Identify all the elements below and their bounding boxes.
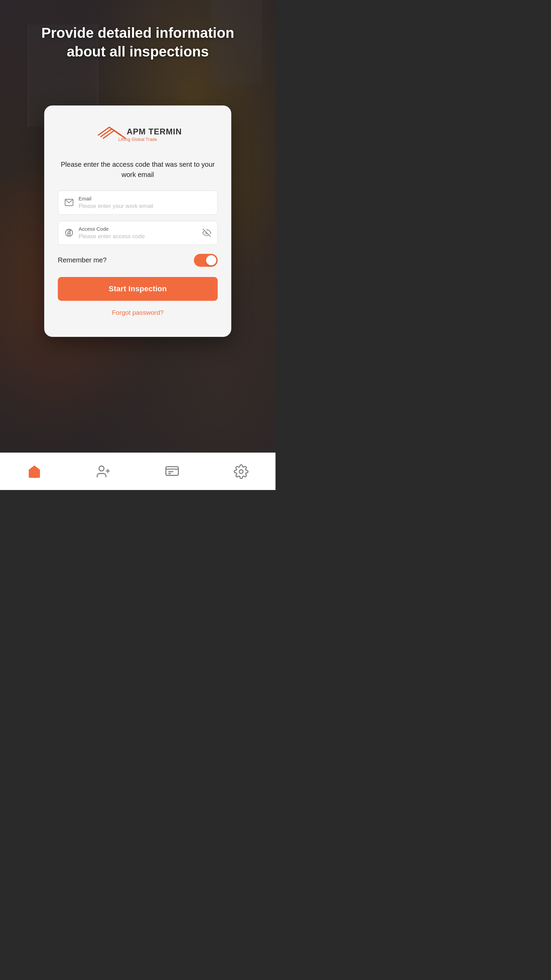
forgot-password-link[interactable]: Forgot password? bbox=[58, 309, 218, 317]
access-code-label: Access Code bbox=[79, 226, 198, 232]
eye-off-icon[interactable] bbox=[202, 228, 211, 237]
remember-me-label: Remember me? bbox=[58, 256, 106, 264]
email-placeholder: Please enter your work email bbox=[79, 203, 211, 210]
home-icon bbox=[27, 464, 42, 479]
email-label: Email bbox=[79, 196, 211, 202]
svg-point-12 bbox=[99, 466, 104, 471]
add-user-icon bbox=[96, 464, 111, 479]
header-title: Provide detailed information about all i… bbox=[0, 24, 275, 61]
nav-item-settings[interactable] bbox=[227, 461, 256, 482]
lock-icon bbox=[64, 228, 74, 237]
remember-me-toggle[interactable] bbox=[194, 254, 218, 267]
apm-logo: APM TERMINALS Lifting Global Trade bbox=[94, 123, 182, 146]
access-code-field-container[interactable]: Access Code Please enter access code bbox=[58, 221, 218, 245]
email-icon bbox=[64, 198, 74, 207]
bottom-navigation bbox=[0, 453, 275, 490]
nav-item-add-user[interactable] bbox=[89, 461, 118, 482]
svg-rect-10 bbox=[68, 233, 70, 235]
nav-item-home[interactable] bbox=[20, 461, 49, 482]
email-input-content: Email Please enter your work email bbox=[79, 196, 211, 210]
remember-me-row: Remember me? bbox=[58, 254, 218, 267]
start-inspection-button[interactable]: Start Inspection bbox=[58, 277, 218, 301]
access-code-placeholder: Please enter access code bbox=[79, 233, 198, 240]
access-code-input-content: Access Code Please enter access code bbox=[79, 226, 198, 240]
svg-text:Lifting Global Trade: Lifting Global Trade bbox=[118, 137, 157, 142]
toggle-knob bbox=[206, 255, 216, 266]
subtitle-text: Please enter the access code that was se… bbox=[58, 159, 218, 180]
svg-point-19 bbox=[239, 469, 243, 473]
svg-text:APM TERMINALS: APM TERMINALS bbox=[127, 127, 182, 136]
svg-rect-15 bbox=[166, 466, 179, 476]
login-modal: APM TERMINALS Lifting Global Trade Pleas… bbox=[44, 105, 231, 337]
nav-item-messages[interactable] bbox=[158, 461, 186, 482]
email-field-container[interactable]: Email Please enter your work email bbox=[58, 191, 218, 215]
messages-icon bbox=[165, 464, 179, 479]
settings-icon bbox=[233, 464, 249, 479]
logo-area: APM TERMINALS Lifting Global Trade bbox=[58, 123, 218, 147]
